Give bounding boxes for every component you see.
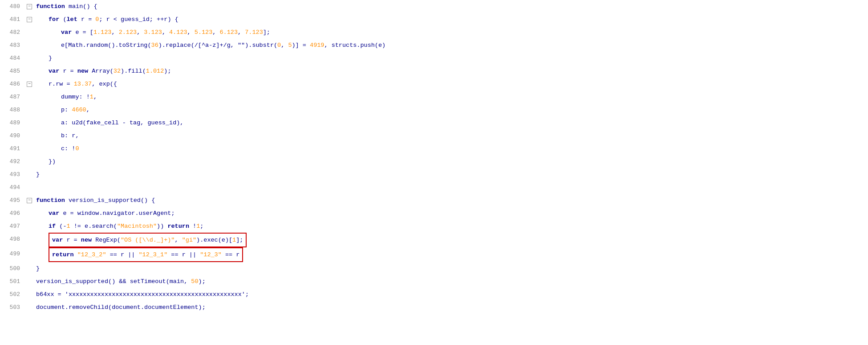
token-plain: ( [59,16,66,23]
token-kw: return [167,223,189,230]
fold-gutter [24,52,34,65]
code-content: c: !0 [34,142,868,155]
token-plain: )] = [292,42,310,49]
line-number: 489 [0,116,24,129]
fold-minus-icon[interactable]: − [27,82,32,87]
fold-gutter [24,129,34,142]
fold-gutter[interactable]: − [24,194,34,207]
code-content: p: 4660, [34,103,868,116]
token-plain: b64xx = ' [36,291,69,298]
token-kw: function [36,3,65,10]
token-plain: main() { [65,3,97,10]
line-number: 497 [0,220,24,233]
code-line: 498var r = new RegExp("OS ([\\d._]+)", "… [0,233,868,247]
token-plain: == r || [106,251,139,258]
code-line: 484} [0,52,868,65]
line-number: 480 [0,0,24,13]
token-str: "12_3_1" [138,251,167,258]
code-content: e[Math.random().toString(36).replace(/[^… [34,39,868,52]
fold-minus-icon[interactable]: − [27,198,32,203]
code-line: 497if (-1 != e.search("Macintosh")) retu… [0,220,868,233]
code-editor: 480−function main() {481−for (let r = 0;… [0,0,868,345]
fold-gutter [24,207,34,220]
fold-minus-icon[interactable]: − [27,17,32,22]
token-num: 5.123 [195,29,213,36]
fold-minus-icon[interactable]: − [27,4,32,9]
fold-gutter [24,233,34,247]
code-line: 480−function main() { [0,0,868,13]
token-num: 5 [288,42,292,49]
code-line: 499return "12_3_2" == r || "12_3_1" == r… [0,247,868,262]
token-plain: )) [157,223,167,230]
fold-gutter [24,39,34,52]
fold-gutter[interactable]: − [24,13,34,26]
token-plain: }) [49,158,56,165]
token-plain: , [162,29,169,36]
token-num: 1 [90,94,93,100]
fold-gutter [24,90,34,103]
code-line: 485var r = new Array(32).fill(1.012); [0,65,868,78]
code-content: for (let r = 0; r < guess_id; ++r) { [34,13,868,26]
fold-gutter [24,116,34,129]
token-plain: version_is_supported() && setTimeout(mai… [36,278,191,285]
code-line: 493} [0,168,868,181]
token-num: 2.123 [119,29,137,36]
line-number: 496 [0,207,24,220]
line-number: 488 [0,103,24,116]
token-num: 1.123 [93,29,112,36]
line-number: 501 [0,275,24,288]
token-plain: c: ! [61,145,75,152]
token-plain: e = window.navigator.userAgent; [59,210,174,217]
fold-gutter [24,155,34,168]
token-plain: != e.search( [70,223,117,230]
token-plain: p: [61,107,72,113]
token-plain: , [174,237,182,243]
token-num: 4.123 [169,29,187,36]
token-plain: RegExp( [92,237,121,243]
code-line: 491c: !0 [0,142,868,155]
code-content: return "12_3_2" == r || "12_3_1" == r ||… [34,247,868,262]
line-number: 494 [0,181,24,194]
token-plain: , exp({ [92,81,117,87]
token-num: 32 [114,68,121,74]
code-content: version_is_supported() && setTimeout(mai… [34,275,868,288]
token-plain: ]; [236,237,243,243]
fold-gutter [24,275,34,288]
fold-gutter [24,168,34,181]
token-kw: function [36,197,65,204]
token-plain: dummy: ! [61,94,90,100]
token-num: 1.012 [146,68,164,74]
token-plain: == r || [167,251,200,258]
code-line: 483e[Math.random().toString(36).replace(… [0,39,868,52]
token-kw: for [49,16,59,23]
line-number: 491 [0,142,24,155]
fold-gutter [24,142,34,155]
fold-gutter[interactable]: − [24,0,34,13]
code-content: var e = [1.123, 2.123, 3.123, 4.123, 5.1… [34,26,868,39]
token-plain: r = [63,237,81,243]
token-plain: , [281,42,288,49]
code-content: document.removeChild(document.documentEl… [34,301,868,314]
code-line: 495−function version_is_supported() { [0,194,868,207]
token-str: "12_3_2" [77,251,106,258]
token-plain: version_is_supported() { [65,197,155,204]
fold-gutter[interactable]: − [24,78,34,90]
token-num: 4919 [310,42,324,49]
token-plain: == r [222,251,240,258]
line-number: 495 [0,194,24,207]
token-plain: , [238,29,245,36]
token-plain: ); [199,278,206,285]
token-plain: ; r < guess_id; ++r) { [99,16,178,23]
code-content: var r = new Array(32).fill(1.012); [34,65,868,78]
token-plain: , [187,29,195,36]
token-plain: } [36,171,40,178]
token-plain: } [36,265,40,272]
token-kw: let [67,16,77,23]
line-number: 502 [0,288,24,301]
token-kw: var [61,29,72,36]
fold-gutter [24,301,34,314]
line-number: 492 [0,155,24,168]
highlight-box: return "12_3_2" == r || "12_3_1" == r ||… [49,247,243,262]
line-number: 486 [0,78,24,90]
token-str: "12_3" [200,251,222,258]
